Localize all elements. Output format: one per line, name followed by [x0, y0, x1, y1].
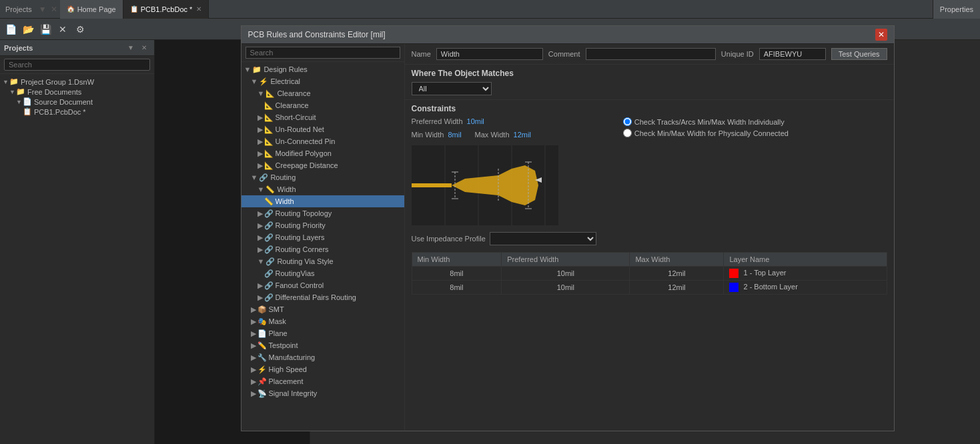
elec-icon: ⚡ [259, 77, 268, 86]
max-width-group: Max Width 12mil [475, 131, 531, 139]
test-queries-button[interactable]: Test Queries [831, 48, 887, 60]
max-width-value[interactable]: 12mil [514, 131, 531, 139]
rule-routing-vias[interactable]: 🔗 RoutingVias [241, 267, 404, 279]
topology-icon: 🔗 [264, 209, 274, 218]
routing-icon: 🔗 [259, 173, 268, 182]
rules-search-input[interactable] [246, 47, 400, 59]
impedance-row: Use Impedance Profile [412, 232, 596, 245]
table-row[interactable]: 8mil 10mil 12mil 2 - Bottom Layer [412, 281, 887, 295]
settings-button[interactable]: ⚙ [72, 21, 88, 37]
expand-arrow: ▶ [258, 281, 263, 290]
expand-arrow: ▼ [251, 77, 258, 85]
cell-layer-2: 2 - Bottom Layer [724, 281, 887, 295]
expand-arrow: ▶ [258, 137, 263, 146]
expand-arrow: ▼ [244, 65, 252, 73]
expand-arrow: ▶ [258, 221, 263, 230]
rule-placement[interactable]: ▶ 📌 Placement [241, 375, 404, 387]
expand-arrow: ▶ [251, 329, 256, 338]
rule-electrical[interactable]: ▼ ⚡ Electrical [241, 75, 404, 87]
min-width-value[interactable]: 8mil [448, 131, 461, 139]
radio-item-2[interactable]: Check Min/Max Width for Physically Conne… [623, 129, 789, 137]
cell-layer-1: 1 - Top Layer [724, 267, 887, 281]
expand-arrow: ▶ [258, 245, 263, 254]
radio-individually[interactable] [623, 117, 632, 126]
rule-signal-integrity[interactable]: ▶ 📡 Signal Integrity [241, 387, 404, 399]
properties-tab[interactable]: Properties [933, 0, 980, 19]
close-button[interactable]: ✕ [55, 21, 71, 37]
rule-fanout[interactable]: ▶ 🔗 Fanout Control [241, 279, 404, 291]
panel-icon-1[interactable]: ▼ [125, 42, 137, 54]
search-input[interactable] [4, 59, 150, 71]
tree-free-documents[interactable]: ▼ 📁 Free Documents [0, 87, 154, 97]
rule-routing-layers[interactable]: ▶ 🔗 Routing Layers [241, 231, 404, 243]
rule-modified-polygon[interactable]: ▶ 📐 Modified Polygon [241, 147, 404, 159]
rule-width-selected[interactable]: 📏 Width [241, 195, 404, 207]
layers-icon: 🔗 [264, 233, 274, 242]
preferred-width-row: Preferred Width 10mil [412, 117, 596, 125]
rule-unconnected-pin[interactable]: ▶ 📐 Un-Connected Pin [241, 135, 404, 147]
panel-icon-2[interactable]: ✕ [138, 42, 150, 54]
tab-pcb[interactable]: 📋 PCB1.PcbDoc * ✕ [123, 0, 209, 19]
preferred-width-value[interactable]: 10mil [467, 117, 484, 125]
rule-diff-pairs[interactable]: ▶ 🔗 Differential Pairs Routing [241, 291, 404, 303]
dialog-close-button[interactable]: ✕ [875, 29, 887, 41]
unique-id-field[interactable] [759, 48, 826, 60]
rule-short-circuit[interactable]: ▶ 📐 Short-Circuit [241, 111, 404, 123]
new-button[interactable]: 📄 [3, 21, 19, 37]
rule-routing-priority[interactable]: ▶ 🔗 Routing Priority [241, 219, 404, 231]
rule-design-rules[interactable]: ▼ 📁 Design Rules [241, 63, 404, 75]
expand-arrow: ▼ [258, 257, 265, 265]
folder-icon: 📁 [16, 87, 25, 96]
main-layout: Projects ▼ ✕ ▼ 📁 Project Group 1.DsnW ▼ … [0, 40, 980, 444]
top-bar: Projects ▼ ✕ 🏠 Home Page 📋 PCB1.PcbDoc *… [0, 0, 980, 19]
comment-field[interactable] [586, 48, 716, 60]
rule-routing[interactable]: ▼ 🔗 Routing [241, 171, 404, 183]
priority-icon: 🔗 [264, 221, 274, 230]
rule-width-group[interactable]: ▼ 📏 Width [241, 183, 404, 195]
rule-routing-via-style[interactable]: ▼ 🔗 Routing Via Style [241, 255, 404, 267]
rule-un-routed-net[interactable]: ▶ 📐 Un-Routed Net [241, 123, 404, 135]
rule-routing-corners[interactable]: ▶ 🔗 Routing Corners [241, 243, 404, 255]
width-controls: Preferred Width 10mil Min Width 8mil [412, 117, 596, 245]
via-icon: 🔗 [266, 257, 275, 266]
rule-creepage[interactable]: ▶ 📐 Creepage Distance [241, 159, 404, 171]
tab-home[interactable]: 🏠 Home Page [60, 0, 123, 19]
rule-plane[interactable]: ▶ 📄 Plane [241, 327, 404, 339]
open-button[interactable]: 📂 [20, 21, 36, 37]
rule-clearance[interactable]: 📐 Clearance [241, 99, 404, 111]
radio-item-1[interactable]: Check Tracks/Arcs Min/Max Width Individu… [623, 117, 789, 126]
tree-project-group[interactable]: ▼ 📁 Project Group 1.DsnW [0, 77, 154, 87]
rule-mask[interactable]: ▶ 🎭 Mask [241, 315, 404, 327]
panel-icons: ▼ ✕ [125, 42, 150, 54]
where-dropdown[interactable]: All [412, 82, 492, 95]
width-table: Min Width Preferred Width Max Width Laye… [412, 252, 887, 295]
rule-manufacturing[interactable]: ▶ 🔧 Manufacturing [241, 351, 404, 363]
plane-icon: 📄 [258, 329, 267, 338]
rules-content-header: Name Comment Unique ID Test Queries [405, 44, 894, 65]
width-icon: 📏 [264, 197, 274, 206]
col-preferred-width: Preferred Width [502, 253, 630, 267]
polygon-icon: 📐 [264, 149, 274, 158]
tree-source-doc[interactable]: ▼ 📄 Source Document [0, 97, 154, 107]
width-table-container: Min Width Preferred Width Max Width Laye… [412, 252, 887, 295]
rule-clearance-group[interactable]: ▼ 📐 Clearance [241, 87, 404, 99]
expand-arrow: ▶ [251, 389, 256, 398]
table-row[interactable]: 8mil 10mil 12mil 1 - Top Layer [412, 267, 887, 281]
folder-icon: 📁 [9, 77, 19, 86]
rule-high-speed[interactable]: ▶ ⚡ High Speed [241, 363, 404, 375]
tab-close[interactable]: ✕ [196, 5, 201, 13]
folder-icon: 📁 [252, 65, 262, 74]
save-button[interactable]: 💾 [37, 21, 53, 37]
radio-connected[interactable] [623, 129, 632, 137]
rule-smt[interactable]: ▶ 📦 SMT [241, 303, 404, 315]
tree-pcb-doc[interactable]: 📋 PCB1.PcbDoc * [0, 107, 154, 117]
placement-icon: 📌 [258, 377, 267, 386]
impedance-dropdown[interactable] [490, 232, 596, 245]
rule-testpoint[interactable]: ▶ ✏️ Testpoint [241, 339, 404, 351]
layer-color-1 [729, 269, 739, 278]
tree-arrow: ▼ [16, 99, 23, 105]
pcb-icon: 📋 [130, 5, 138, 13]
rule-routing-topology[interactable]: ▶ 🔗 Routing Topology [241, 207, 404, 219]
project-tree: ▼ 📁 Project Group 1.DsnW ▼ 📁 Free Docume… [0, 74, 154, 444]
name-field[interactable] [436, 48, 543, 60]
